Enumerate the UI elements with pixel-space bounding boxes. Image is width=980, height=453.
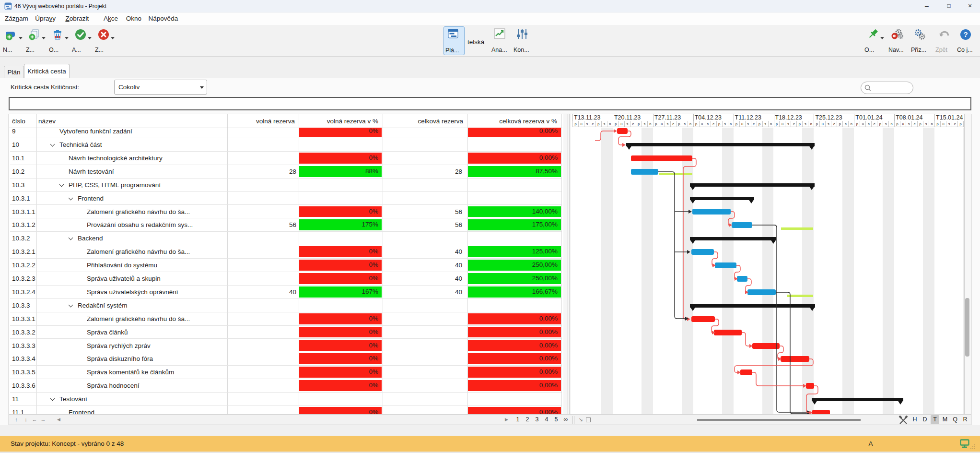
gantt-summary-bar-10[interactable]: [626, 143, 815, 146]
toolbar-button-pl[interactable]: Plá...: [443, 26, 465, 55]
column-header-2[interactable]: volná rezerva: [227, 115, 298, 128]
fullscreen-box-icon[interactable]: [586, 417, 591, 422]
table-row-10.3.2.2[interactable]: 10.3.2.2Přihlašování do systému0%40250,0…: [9, 259, 561, 272]
toolbar-button-ana[interactable]: Ana...: [490, 26, 511, 55]
tab-plan[interactable]: Plán: [4, 66, 24, 78]
row-down-icon[interactable]: ↓: [22, 415, 30, 425]
pager-page-∞[interactable]: ∞: [561, 415, 570, 425]
gantt-task-bar-10.3.3.4[interactable]: [781, 356, 809, 362]
gantt-task-bar-10.3.2.4[interactable]: [747, 289, 776, 295]
dropdown-caret-icon[interactable]: [65, 37, 69, 39]
scale-button-R[interactable]: R: [961, 415, 969, 424]
gantt-vscrollbar[interactable]: [964, 114, 971, 414]
gantt-hscroll-thumb[interactable]: [697, 419, 861, 421]
gantt-task-bar-10.3.3.3[interactable]: [752, 343, 780, 349]
gantt-task-bar-10.3.2.2[interactable]: [715, 262, 736, 268]
column-header-1[interactable]: název: [36, 115, 226, 128]
gantt-task-bar-11.1[interactable]: [812, 410, 830, 414]
menu-item-pravy[interactable]: Úpravy: [35, 12, 56, 25]
toolbar-button-z[interactable]: Z...: [24, 26, 46, 55]
pager-page-2[interactable]: 2: [523, 415, 532, 425]
search-input[interactable]: [861, 82, 913, 94]
table-row-10.3.3.6[interactable]: 10.3.3.6Správa hodnocení0%0,00%: [9, 379, 561, 393]
toolbar-button-zpt[interactable]: Zpět: [934, 26, 955, 55]
gantt-task-bar-10.3.2.1[interactable]: [691, 249, 714, 255]
criticality-select[interactable]: Cokoliv: [114, 80, 207, 95]
dropdown-caret-icon[interactable]: [880, 37, 884, 39]
menu-item-okno[interactable]: Okno: [126, 12, 141, 25]
gantt-task-bar-10.3.3.5[interactable]: [740, 370, 752, 375]
scale-button-M[interactable]: M: [941, 415, 949, 424]
scale-button-Q[interactable]: Q: [951, 415, 959, 424]
menu-item-akce[interactable]: Akce: [104, 12, 118, 25]
toolbar-button-o[interactable]: O...: [47, 26, 69, 55]
gantt-task-bar-10.3.3.2[interactable]: [714, 330, 742, 335]
gantt-task-bar-10.3.1.2[interactable]: [732, 222, 752, 228]
table-row-10.3.3[interactable]: 10.3.3Redakční systém: [9, 299, 561, 312]
pager-page-4[interactable]: 4: [542, 415, 551, 425]
toolbar-button-z[interactable]: Z...: [93, 26, 115, 55]
gantt-summary-bar-10.3.2[interactable]: [690, 237, 776, 240]
menu-item-npovda[interactable]: Nápověda: [149, 12, 178, 25]
collapse-chevron-icon[interactable]: [59, 182, 64, 187]
gantt-summary-bar-10.3[interactable]: [690, 183, 815, 187]
table-row-10.1[interactable]: 10.1Návrh technologické architektury0%0,…: [9, 152, 561, 165]
collapse-chevron-icon[interactable]: [50, 396, 55, 401]
table-row-10.3.2.3[interactable]: 10.3.2.3Správa uživatelů a skupin0%40250…: [9, 272, 561, 286]
table-row-10.3[interactable]: 10.3PHP, CSS, HTML programování: [9, 179, 561, 192]
gantt-task-bar-10.3.3.1[interactable]: [691, 316, 715, 322]
table-row-10.3.3.1[interactable]: 10.3.3.1Zalomení grafického návrhu do ša…: [9, 312, 561, 326]
table-row-10.3.1.2[interactable]: 10.3.1.2Provázání obsahu s redakčním sys…: [9, 218, 561, 232]
menu-item-zobrazit[interactable]: Zobrazit: [65, 12, 89, 25]
table-row-10.3.1[interactable]: 10.3.1Frontend: [9, 192, 561, 205]
gantt-task-bar-10.2[interactable]: [631, 169, 658, 175]
table-row-10.3.2.4[interactable]: 10.3.2.4Správa uživatelských oprávnění40…: [9, 286, 561, 299]
gantt-task-bar-9[interactable]: [617, 128, 628, 134]
collapse-chevron-icon[interactable]: [69, 302, 73, 307]
table-row-10.3.2[interactable]: 10.3.2Backend: [9, 232, 561, 245]
task-edit-input[interactable]: [9, 97, 971, 110]
collapse-chevron-icon[interactable]: [69, 195, 73, 200]
gantt-summary-bar-10.3.3[interactable]: [690, 304, 815, 308]
table-row-10.3.3.2[interactable]: 10.3.3.2Správa článků0%0,00%: [9, 326, 561, 339]
toolbar-button-kon[interactable]: Kon...: [512, 26, 533, 55]
column-header-3[interactable]: volná rezerva v %: [299, 115, 382, 128]
dropdown-caret-icon[interactable]: [19, 37, 23, 39]
table-row-10.3.3.5[interactable]: 10.3.3.5Správa komentářů ke článkům0%0,0…: [9, 366, 561, 379]
table-row-10.2[interactable]: 10.2Návrh testování2888%2887,50%: [9, 165, 561, 179]
scale-button-D[interactable]: D: [921, 415, 929, 424]
toolbar-button-coj[interactable]: ?Co j...: [956, 26, 977, 55]
table-row-10[interactable]: 10Technická část: [9, 138, 561, 152]
menu-item-zznam[interactable]: Záznam: [5, 12, 28, 25]
pager-page-1[interactable]: 1: [513, 415, 522, 425]
column-header-4[interactable]: celková rezerva: [383, 115, 467, 128]
gantt-task-bar-10.3.2.3[interactable]: [737, 276, 747, 282]
pager-page-5[interactable]: 5: [552, 415, 560, 425]
gantt-task-bar-10.1[interactable]: [631, 155, 692, 161]
diagonal-arrow-icon[interactable]: ↘: [577, 415, 584, 425]
close-button[interactable]: ×: [960, 0, 980, 12]
gantt-vscrollbar-thumb[interactable]: [965, 298, 969, 357]
toolbar-button-o[interactable]: O...: [863, 26, 884, 55]
collapse-chevron-icon[interactable]: [69, 236, 73, 240]
scale-button-T[interactable]: T: [931, 415, 939, 424]
collapse-chevron-icon[interactable]: [50, 142, 55, 146]
resize-grip[interactable]: [970, 444, 977, 450]
column-header-0[interactable]: číslo: [10, 115, 35, 128]
dropdown-caret-icon[interactable]: [88, 37, 92, 39]
row-right-icon[interactable]: →: [39, 415, 47, 425]
toolbar-button-a[interactable]: A...: [70, 26, 92, 55]
hscroll-left-icon[interactable]: ◀: [57, 415, 64, 425]
toolbar-button-n[interactable]: N...: [1, 26, 23, 55]
column-header-5[interactable]: celková rezerva v %: [467, 115, 560, 128]
minimize-button[interactable]: –: [916, 0, 938, 12]
table-row-11.1[interactable]: 11.1Frontend0%0,00%: [9, 406, 561, 414]
scale-button-H[interactable]: H: [910, 415, 919, 424]
table-row-10.3.3.3[interactable]: 10.3.3.3Správa rychlých zpráv0%0,00%: [9, 339, 561, 353]
toolbar-button-nav[interactable]: Nav...: [887, 26, 908, 55]
toolbar-button-piz[interactable]: Přiz...: [910, 26, 931, 55]
dropdown-caret-icon[interactable]: [42, 37, 46, 39]
gantt-task-bar-10.3.1.1[interactable]: [692, 209, 731, 215]
tab-kriticka-cesta[interactable]: Kritická cesta: [24, 64, 70, 78]
table-row-11[interactable]: 11Testování: [9, 393, 561, 406]
